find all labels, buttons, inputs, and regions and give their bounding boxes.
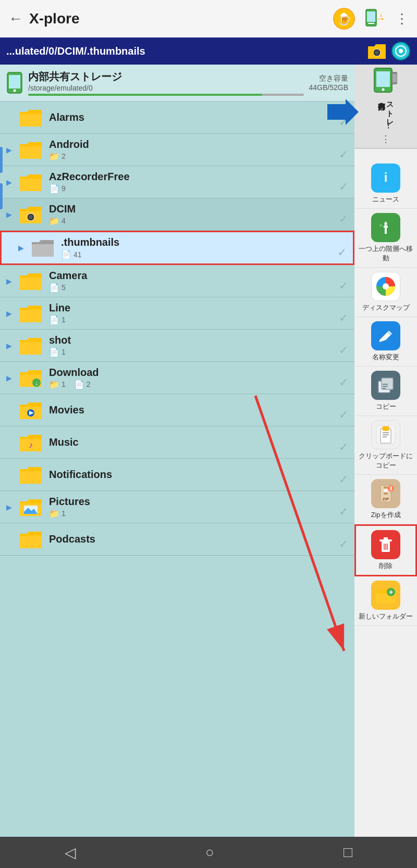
folder-icon-thumbnails: [31, 237, 56, 259]
main-area: 内部共有ストレージ /storage/emulated/0 空き容量 44GB/…: [0, 65, 417, 837]
folder-icon-podcasts: [19, 529, 44, 550]
folder-icon-alarms: [19, 107, 44, 129]
folder-item-shot[interactable]: ▶ shot 📄 1 ✓: [0, 330, 354, 362]
new-folder-icon: +: [371, 581, 400, 610]
path-folder-icon: [367, 42, 387, 60]
sidebar-device-icon: [373, 68, 398, 95]
clipboard-label: クリップボードにコピー: [357, 451, 415, 470]
folder-item-alarms[interactable]: Alarms ✓: [0, 102, 354, 134]
folder-item-music[interactable]: ♪ Music ✓: [0, 426, 354, 459]
expand-pictures[interactable]: ▶: [6, 503, 17, 511]
disk-label: ディスクマップ: [362, 303, 410, 312]
svg-rect-27: [393, 74, 397, 82]
svg-point-32: [383, 283, 389, 290]
sidebar-action-clipboard[interactable]: クリップボードにコピー: [354, 416, 417, 475]
disk-icon: [371, 272, 400, 301]
expand-dcim[interactable]: ▶: [6, 210, 17, 219]
expand-android[interactable]: ▶: [6, 146, 17, 154]
nav-recent-button[interactable]: □: [344, 844, 352, 861]
expand-thumbnails[interactable]: ▶: [18, 244, 29, 252]
sidebar-action-rename[interactable]: 名称変更: [354, 317, 417, 367]
sidebar-action-up[interactable]: 一つ上の階層へ移動: [354, 209, 417, 268]
folder-item-notifications[interactable]: Notifications ✓: [0, 459, 354, 491]
svg-text:🍺: 🍺: [337, 12, 352, 26]
folder-item-camera[interactable]: ▶ Camera 📄 5 ✓: [0, 265, 354, 297]
expand-shot[interactable]: ▶: [6, 342, 17, 350]
news-label: ニュース: [372, 195, 399, 204]
left-indicator-azrecorder: [0, 183, 3, 209]
expand-download[interactable]: ▶: [6, 374, 17, 382]
folder-icon-movies: [19, 399, 44, 421]
svg-rect-36: [382, 378, 393, 389]
storage-bar: [28, 94, 304, 96]
expand-camera[interactable]: ▶: [6, 277, 17, 285]
copy-label: コピー: [376, 402, 396, 411]
folder-body-pictures: Pictures 📁 1: [49, 496, 348, 519]
sidebar-action-zip[interactable]: ZIP 8 Zipを作成: [354, 475, 417, 524]
svg-text:8: 8: [389, 486, 393, 492]
back-button[interactable]: ←: [8, 10, 23, 27]
folder-body-shot: shot 📄 1: [49, 334, 348, 357]
storage-size: 空き容量 44GB/52GB: [309, 74, 349, 92]
folder-item-download[interactable]: ▶ ↓ Download 📁 1 📄 2 ✓: [0, 362, 354, 394]
folder-item-thumbnails[interactable]: ▶ .thumbnails 📄 41 ✓: [0, 231, 354, 265]
folder-icon-download: ↓: [19, 367, 44, 389]
more-menu-button[interactable]: ⋮: [395, 11, 409, 27]
check-mark: ✓: [339, 279, 348, 293]
check-mark: ✓: [339, 505, 348, 519]
svg-rect-4: [368, 23, 374, 24]
sidebar-action-copy[interactable]: コピー: [354, 367, 417, 416]
folder-item-android[interactable]: ▶ Android 📁 2 ✓: [0, 134, 354, 166]
device-transfer-icon[interactable]: → ↓: [364, 7, 387, 30]
folder-body-dcim: DCIM 📁 4: [49, 203, 348, 226]
folder-icon-pictures: [19, 496, 44, 518]
check-mark: ✓: [339, 376, 348, 389]
folder-body-thumbnails: .thumbnails 📄 41: [61, 236, 347, 259]
zip-label: Zipを作成: [371, 510, 400, 520]
folder-item-pictures[interactable]: ▶ Pictures 📁 1 ✓: [0, 491, 354, 523]
blue-arrow-annotation: [327, 99, 359, 127]
sidebar-action-delete[interactable]: 削除: [354, 524, 417, 576]
folder-item-podcasts[interactable]: Podcasts ✓: [0, 523, 354, 556]
path-bar: ...ulated/0/DCIM/.thumbnails: [0, 37, 417, 65]
file-list[interactable]: 内部共有ストレージ /storage/emulated/0 空き容量 44GB/…: [0, 65, 354, 837]
bottom-nav: ◁ ○ □: [0, 837, 417, 868]
sidebar-action-news[interactable]: i ニュース: [354, 159, 417, 209]
svg-rect-50: [379, 539, 392, 542]
svg-point-14: [14, 90, 16, 92]
storage-header[interactable]: 内部共有ストレージ /storage/emulated/0 空き容量 44GB/…: [0, 65, 354, 102]
expand-azrecorderfree[interactable]: ▶: [6, 178, 17, 186]
folder-item-dcim[interactable]: ▶ DCIM 📁 4 ✓: [0, 198, 354, 231]
folder-item-line[interactable]: ▶ Line 📄 1 ✓: [0, 297, 354, 330]
up-icon: [371, 213, 400, 242]
rename-label: 名称変更: [372, 353, 399, 362]
folder-icon-dcim: [19, 204, 44, 225]
nav-home-button[interactable]: ○: [205, 844, 214, 861]
clipboard-icon: [371, 420, 400, 449]
sidebar-action-new-folder[interactable]: + 新しいフォルダー: [354, 576, 417, 626]
sidebar-more-dots[interactable]: ⋮: [381, 133, 390, 145]
folder-body-camera: Camera 📄 5: [49, 270, 348, 293]
folder-body-notifications: Notifications: [49, 469, 348, 481]
folder-body-download: Download 📁 1 📄 2: [49, 367, 348, 389]
folder-item-azrecorderfree[interactable]: ▶ AzRecorderFree 📄 9 ✓: [0, 166, 354, 198]
sidebar-action-disk[interactable]: ディスクマップ: [354, 268, 417, 317]
folder-body-alarms: Alarms: [49, 111, 348, 123]
beer-icon[interactable]: 🍺: [333, 7, 355, 30]
storage-info: 内部共有ストレージ /storage/emulated/0: [28, 70, 304, 96]
svg-text:i: i: [384, 170, 388, 184]
check-mark: ✓: [339, 473, 348, 486]
folder-item-movies[interactable]: Movies ✓: [0, 394, 354, 426]
new-folder-label: 新しいフォルダー: [359, 612, 413, 621]
nav-back-button[interactable]: ◁: [65, 844, 76, 861]
check-mark: ✓: [339, 441, 348, 454]
top-bar: ← X-plore 🍺 → ↓ ⋮: [0, 0, 417, 37]
check-mark: ✓: [339, 311, 348, 325]
folder-icon-shot: [19, 335, 44, 357]
expand-line[interactable]: ▶: [6, 309, 17, 318]
top-bar-icons: 🍺 → ↓ ⋮: [333, 7, 409, 30]
storage-device-icon: [6, 72, 23, 94]
folder-body-line: Line 📄 1: [49, 302, 348, 325]
folder-icon-camera: [19, 270, 44, 292]
svg-rect-39: [383, 426, 389, 431]
